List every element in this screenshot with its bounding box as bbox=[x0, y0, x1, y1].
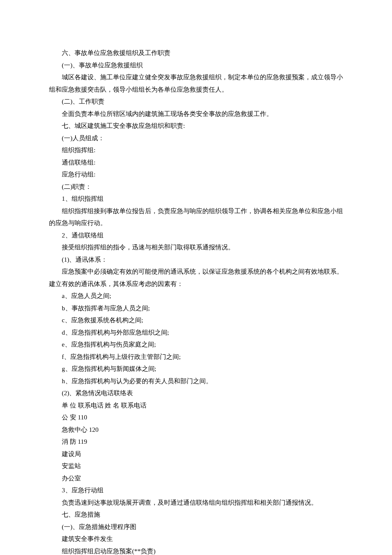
document-line: 急救中心 120 bbox=[49, 424, 343, 436]
document-line: 建设局 bbox=[49, 448, 343, 460]
document-line: 安监站 bbox=[49, 460, 343, 472]
document-body: 六、事故单位应急救援组织及工作职责(一)、事故单位应急救援组织城区各建设、施工单… bbox=[49, 47, 343, 555]
document-line: 接受组织指挥组的指令，迅速与相关部门取得联系通报情况。 bbox=[49, 241, 343, 254]
document-line: c、应急救援系统各机构之间; bbox=[49, 314, 343, 327]
document-line: (一)人员组成： bbox=[49, 132, 343, 145]
document-line: 负责迅速到达事故现场展开调查，及时通过通信联络组向组织指挥组和相关部门通报情况。 bbox=[49, 497, 343, 509]
document-line: g、应急指挥机构与新闻媒体之间; bbox=[49, 363, 343, 375]
document-line: (二)、工作职责 bbox=[49, 95, 343, 108]
document-line: 组织指挥组启动应急预案(**负责) bbox=[49, 545, 343, 555]
document-line: 六、事故单位应急救援组织及工作职责 bbox=[49, 47, 343, 59]
document-line: 应急行动组: bbox=[49, 168, 343, 181]
document-line: (二)职责： bbox=[49, 181, 343, 193]
document-line: 建筑安全事件发生 bbox=[49, 533, 343, 545]
document-line: 全面负责本单位所辖区域内的建筑施工现场各类安全事故的应急救援工作。 bbox=[49, 108, 343, 120]
document-line: b、事故指挥者与应急人员之间; bbox=[49, 302, 343, 315]
document-line: (2)、紧急情况电话联络表 bbox=[49, 387, 343, 399]
document-line: 组织指挥组接到事故单位报告后，负责应急与响应的组织领导工作，协调各相关应急单位和… bbox=[49, 205, 343, 229]
document-line: 七、应急措施 bbox=[49, 509, 343, 521]
document-line: 七、城区建筑施工安全事故应急组织和职责: bbox=[49, 120, 343, 132]
document-line: 1、组织指挥组 bbox=[49, 193, 343, 205]
document-line: h、应急指挥机构与认为必要的有关人员和部门之间。 bbox=[49, 375, 343, 387]
document-line: 2、通信联络组 bbox=[49, 229, 343, 242]
document-line: 办公室 bbox=[49, 472, 343, 485]
document-line: 单 位 联系电话 姓 名 联系电话 bbox=[49, 399, 343, 412]
document-line: 组织指挥组: bbox=[49, 144, 343, 156]
document-line: 城区各建设、施工单位应建立健全突发事故应急救援组织，制定本单位的应急救援预案，成… bbox=[49, 71, 343, 95]
document-line: f、应急指挥机构与上级行政主管部门之间; bbox=[49, 351, 343, 363]
document-line: e、应急指挥机构与伤员家庭之间; bbox=[49, 338, 343, 351]
document-line: (一)、应急措施处理程序图 bbox=[49, 521, 343, 533]
document-line: a、应急人员之间; bbox=[49, 290, 343, 302]
document-line: 应急预案中必须确定有效的可能使用的通讯系统，以保证应急救援系统的各个机构之间有效… bbox=[49, 266, 343, 290]
document-line: 公 安 110 bbox=[49, 411, 343, 424]
document-line: d、应急指挥机构与外部应急组织之间; bbox=[49, 327, 343, 339]
document-line: 通信联络组: bbox=[49, 156, 343, 169]
document-line: (一)、事故单位应急救援组织 bbox=[49, 59, 343, 72]
document-line: (1)、通讯体系： bbox=[49, 254, 343, 266]
document-line: 3、应急行动组 bbox=[49, 484, 343, 497]
document-line: 消 防 119 bbox=[49, 436, 343, 448]
